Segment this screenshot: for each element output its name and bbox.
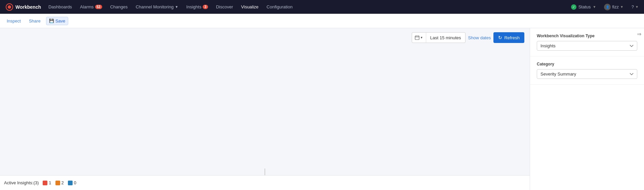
inspect-button[interactable]: Inspect <box>4 17 24 25</box>
bottom-bar: Active Insights:(3) 1 2 0 <box>0 175 530 190</box>
visualization-type-label: Workbench Visualization Type <box>537 34 637 38</box>
separator-line <box>265 169 265 175</box>
insight-badge-red: 1 <box>43 180 51 185</box>
right-panel: ⇒ Workbench Visualization Type Insights … <box>530 28 644 190</box>
nav-right-area: ✓ Status ▼ 👤 fizz ▼ ? ▼ <box>568 4 641 10</box>
chevron-down-icon: ▼ <box>175 5 178 9</box>
blue-dot <box>68 181 73 185</box>
inspect-label: Inspect <box>7 18 21 23</box>
insight-badge-orange: 2 <box>55 180 64 185</box>
brand-logo-area[interactable]: Workbench <box>3 3 44 11</box>
category-label: Category <box>537 62 637 66</box>
status-chevron-icon: ▼ <box>593 5 596 9</box>
panel-collapse-button[interactable]: ⇒ <box>637 31 641 37</box>
nav-changes[interactable]: Changes <box>107 0 131 14</box>
user-name: fizz <box>612 4 619 9</box>
toolbar: Inspect Share 💾 Save <box>0 14 644 28</box>
refresh-button[interactable]: ↻ Refresh <box>493 32 524 43</box>
nav-configuration[interactable]: Configuration <box>263 0 296 14</box>
avatar: 👤 <box>604 4 611 10</box>
user-chevron-icon: ▼ <box>620 5 623 9</box>
brand-name: Workbench <box>15 4 41 10</box>
user-menu-button[interactable]: 👤 fizz ▼ <box>601 4 626 10</box>
red-count: 1 <box>49 180 51 185</box>
orange-count: 2 <box>62 180 64 185</box>
svg-point-1 <box>8 5 11 9</box>
visualization-type-select[interactable]: Insights Chart Table Gauge <box>537 41 637 51</box>
status-label: Status <box>578 4 591 9</box>
red-dot <box>43 181 47 185</box>
save-button[interactable]: 💾 Save <box>46 17 69 25</box>
visualization-canvas <box>0 47 530 190</box>
calendar-chevron-icon: ▼ <box>420 36 423 39</box>
active-insights-label: Active Insights:(3) <box>4 180 39 185</box>
time-picker[interactable]: ▼ Last 15 minutes <box>412 32 466 43</box>
category-select[interactable]: Severity Summary Overview Trends Details <box>537 69 637 79</box>
time-bar: ▼ Last 15 minutes Show dates ↻ Refresh <box>0 28 530 47</box>
blue-count: 0 <box>74 180 76 185</box>
insight-badge-blue: 0 <box>68 180 76 185</box>
category-section: Category Severity Summary Overview Trend… <box>530 56 644 85</box>
calendar-icon[interactable]: ▼ <box>412 33 426 43</box>
canvas-area: ▼ Last 15 minutes Show dates ↻ Refresh A… <box>0 28 530 190</box>
help-chevron-icon: ▼ <box>635 5 639 9</box>
nav-visualize[interactable]: Visualize <box>238 0 262 14</box>
refresh-icon: ↻ <box>498 35 502 40</box>
orange-dot <box>55 181 60 185</box>
status-indicator: ✓ <box>571 4 576 10</box>
time-range-text: Last 15 minutes <box>426 35 465 40</box>
question-icon: ? <box>632 4 634 9</box>
alarms-badge: 53 <box>95 5 102 9</box>
save-label: Save <box>55 18 66 23</box>
nav-channel-monitoring[interactable]: Channel Monitoring ▼ <box>132 0 182 14</box>
navbar: Workbench Dashboards Alarms 53 Changes C… <box>0 0 644 14</box>
nav-discover[interactable]: Discover <box>213 0 237 14</box>
nav-alarms[interactable]: Alarms 53 <box>77 0 106 14</box>
help-button[interactable]: ? ▼ <box>629 4 641 9</box>
brand-icon <box>5 3 13 11</box>
nav-insights[interactable]: Insights 3 <box>183 0 211 14</box>
share-label: Share <box>29 18 41 23</box>
refresh-label: Refresh <box>504 35 520 40</box>
svg-rect-2 <box>415 36 419 40</box>
visualization-type-section: Workbench Visualization Type Insights Ch… <box>530 28 644 56</box>
show-dates-button[interactable]: Show dates <box>468 35 491 40</box>
nav-dashboards[interactable]: Dashboards <box>45 0 75 14</box>
status-button[interactable]: ✓ Status ▼ <box>568 4 599 10</box>
main-content: ▼ Last 15 minutes Show dates ↻ Refresh A… <box>0 28 644 190</box>
save-icon: 💾 <box>49 18 54 23</box>
insights-badge: 3 <box>203 5 208 9</box>
share-button[interactable]: Share <box>26 17 43 25</box>
